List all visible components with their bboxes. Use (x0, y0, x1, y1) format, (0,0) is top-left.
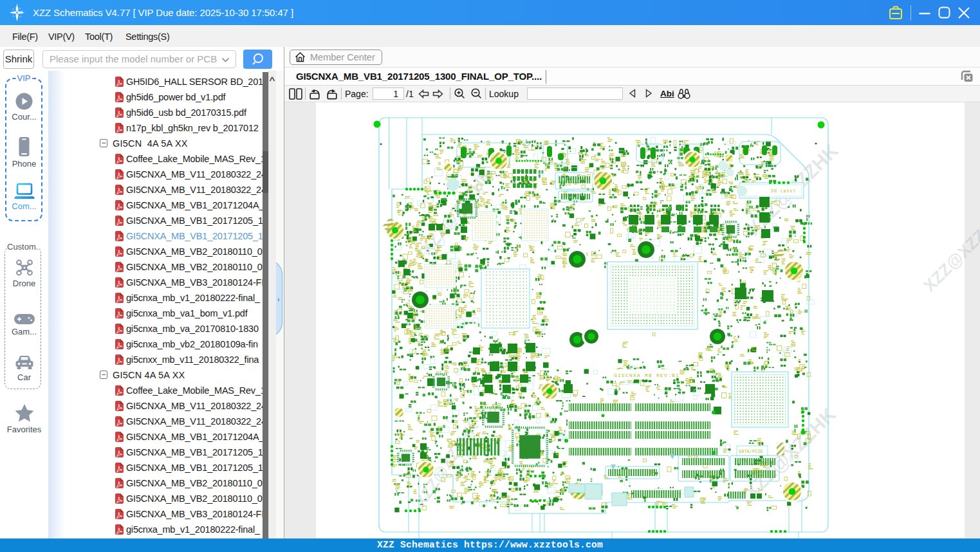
svg-text:GI5CNXA MB REV:B1: GI5CNXA MB REV:B1 (614, 373, 680, 378)
svg-text:8.043: 8.043 (525, 149, 533, 151)
svg-text:PCIE: PCIE (688, 454, 699, 459)
svg-text:SATA/PCIE: SATA/PCIE (739, 449, 763, 454)
svg-text:SN Label: SN Label (771, 189, 796, 194)
